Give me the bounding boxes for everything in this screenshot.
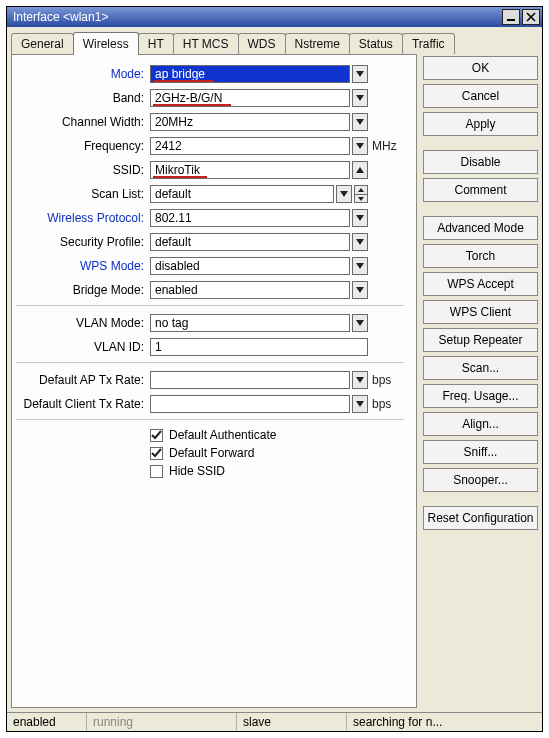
- default-authenticate-checkbox[interactable]: [150, 429, 163, 442]
- tab-nstreme[interactable]: Nstreme: [285, 33, 350, 54]
- band-dropdown-button[interactable]: [352, 89, 368, 107]
- svg-rect-0: [507, 19, 515, 21]
- status-searching: searching for n...: [347, 713, 542, 731]
- scan-list-label: Scan List:: [16, 187, 150, 201]
- cancel-button[interactable]: Cancel: [423, 84, 538, 108]
- close-button[interactable]: [522, 9, 540, 25]
- scan-button[interactable]: Scan...: [423, 356, 538, 380]
- align-button[interactable]: Align...: [423, 412, 538, 436]
- apply-button[interactable]: Apply: [423, 112, 538, 136]
- tab-wds[interactable]: WDS: [238, 33, 286, 54]
- tabs-row: General Wireless HT HT MCS WDS Nstreme S…: [7, 27, 542, 54]
- wps-mode-input[interactable]: disabled: [150, 257, 350, 275]
- default-ap-tx-rate-unit: bps: [368, 373, 404, 387]
- default-ap-tx-rate-input[interactable]: [150, 371, 350, 389]
- advanced-mode-button[interactable]: Advanced Mode: [423, 216, 538, 240]
- mode-label: Mode:: [16, 67, 150, 81]
- band-label: Band:: [16, 91, 150, 105]
- button-column: OK Cancel Apply Disable Comment Advanced…: [423, 54, 538, 708]
- snooper-button[interactable]: Snooper...: [423, 468, 538, 492]
- tab-status[interactable]: Status: [349, 33, 403, 54]
- statusbar: enabled running slave searching for n...: [7, 712, 542, 731]
- wps-mode-dropdown-button[interactable]: [352, 257, 368, 275]
- torch-button[interactable]: Torch: [423, 244, 538, 268]
- svg-marker-5: [356, 119, 364, 125]
- default-client-tx-rate-unit: bps: [368, 397, 404, 411]
- wps-accept-button[interactable]: WPS Accept: [423, 272, 538, 296]
- ssid-input[interactable]: MikroTik: [150, 161, 350, 179]
- hide-ssid-checkbox[interactable]: [150, 465, 163, 478]
- default-client-tx-rate-toggle[interactable]: [352, 395, 368, 413]
- svg-marker-10: [358, 197, 364, 201]
- svg-marker-9: [358, 188, 364, 192]
- window-title: Interface <wlan1>: [13, 10, 500, 24]
- wps-mode-label: WPS Mode:: [16, 259, 150, 273]
- vlan-id-label: VLAN ID:: [16, 340, 150, 354]
- tab-general[interactable]: General: [11, 33, 74, 54]
- sniff-button[interactable]: Sniff...: [423, 440, 538, 464]
- tab-traffic[interactable]: Traffic: [402, 33, 455, 54]
- security-profile-label: Security Profile:: [16, 235, 150, 249]
- tab-ht-mcs[interactable]: HT MCS: [173, 33, 239, 54]
- channel-width-dropdown-button[interactable]: [352, 113, 368, 131]
- vlan-mode-dropdown-button[interactable]: [352, 314, 368, 332]
- window: Interface <wlan1> General Wireless HT HT…: [6, 6, 543, 732]
- tab-ht[interactable]: HT: [138, 33, 174, 54]
- svg-marker-16: [356, 377, 364, 383]
- svg-marker-13: [356, 263, 364, 269]
- security-profile-dropdown-button[interactable]: [352, 233, 368, 251]
- frequency-dropdown-button[interactable]: [352, 137, 368, 155]
- vlan-mode-label: VLAN Mode:: [16, 316, 150, 330]
- status-slave: slave: [237, 713, 347, 731]
- tab-wireless[interactable]: Wireless: [73, 32, 139, 55]
- default-forward-label: Default Forward: [169, 446, 254, 460]
- frequency-input[interactable]: 2412: [150, 137, 350, 155]
- status-running: running: [87, 713, 237, 731]
- wireless-panel: Mode: ap bridge: [11, 54, 417, 708]
- default-client-tx-rate-input[interactable]: [150, 395, 350, 413]
- setup-repeater-button[interactable]: Setup Repeater: [423, 328, 538, 352]
- band-input[interactable]: 2GHz-B/G/N: [150, 89, 350, 107]
- vlan-id-input[interactable]: 1: [150, 338, 368, 356]
- divider: [16, 419, 404, 420]
- wireless-protocol-input[interactable]: 802.11: [150, 209, 350, 227]
- ok-button[interactable]: OK: [423, 56, 538, 80]
- frequency-label: Frequency:: [16, 139, 150, 153]
- default-ap-tx-rate-toggle[interactable]: [352, 371, 368, 389]
- disable-button[interactable]: Disable: [423, 150, 538, 174]
- mode-dropdown-button[interactable]: [352, 65, 368, 83]
- default-ap-tx-rate-label: Default AP Tx Rate:: [16, 373, 150, 387]
- svg-marker-4: [356, 95, 364, 101]
- security-profile-input[interactable]: default: [150, 233, 350, 251]
- svg-marker-14: [356, 287, 364, 293]
- scan-list-dropdown-button[interactable]: [336, 185, 352, 203]
- vlan-mode-input[interactable]: no tag: [150, 314, 350, 332]
- default-forward-checkbox[interactable]: [150, 447, 163, 460]
- bridge-mode-input[interactable]: enabled: [150, 281, 350, 299]
- default-client-tx-rate-label: Default Client Tx Rate:: [16, 397, 150, 411]
- channel-width-label: Channel Width:: [16, 115, 150, 129]
- svg-marker-11: [356, 215, 364, 221]
- svg-marker-3: [356, 71, 364, 77]
- comment-button[interactable]: Comment: [423, 178, 538, 202]
- scan-list-input[interactable]: default: [150, 185, 334, 203]
- channel-width-input[interactable]: 20MHz: [150, 113, 350, 131]
- titlebar: Interface <wlan1>: [7, 7, 542, 27]
- freq-usage-button[interactable]: Freq. Usage...: [423, 384, 538, 408]
- svg-marker-8: [340, 191, 348, 197]
- svg-marker-7: [356, 167, 364, 173]
- minimize-button[interactable]: [502, 9, 520, 25]
- divider: [16, 305, 404, 306]
- reset-configuration-button[interactable]: Reset Configuration: [423, 506, 538, 530]
- svg-marker-6: [356, 143, 364, 149]
- wireless-protocol-dropdown-button[interactable]: [352, 209, 368, 227]
- ssid-toggle-button[interactable]: [352, 161, 368, 179]
- bridge-mode-dropdown-button[interactable]: [352, 281, 368, 299]
- ssid-label: SSID:: [16, 163, 150, 177]
- divider: [16, 362, 404, 363]
- scan-list-stepper[interactable]: [354, 185, 368, 203]
- mode-input[interactable]: ap bridge: [150, 65, 350, 83]
- wps-client-button[interactable]: WPS Client: [423, 300, 538, 324]
- hide-ssid-label: Hide SSID: [169, 464, 225, 478]
- status-enabled: enabled: [7, 713, 87, 731]
